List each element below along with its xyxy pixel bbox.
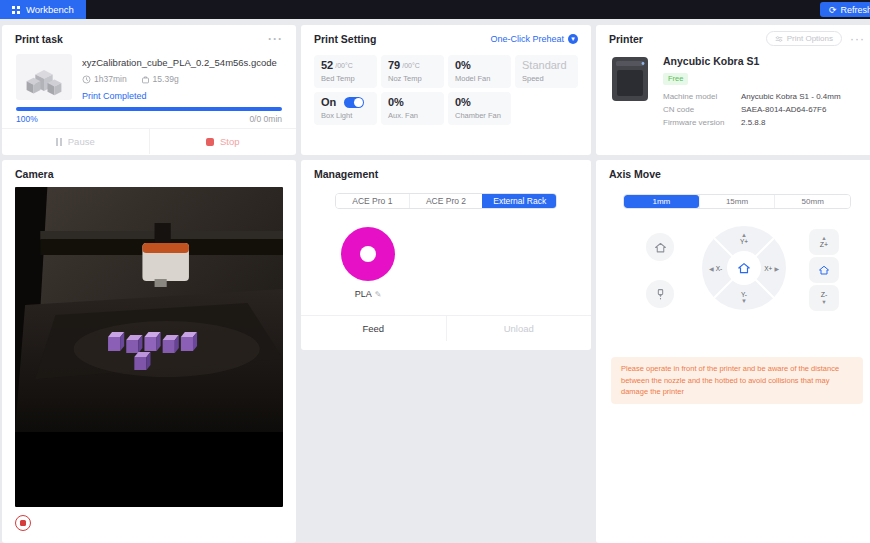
box-light-toggle[interactable] <box>344 97 364 108</box>
filament-type-label: PLA <box>355 289 372 299</box>
aux-fan-label: Aux. Fan <box>388 111 437 120</box>
jog-x-minus-button[interactable]: ◀ X- <box>709 265 722 272</box>
camera-video-feed <box>15 187 283 507</box>
box-light-tile[interactable]: On Box Light <box>314 92 377 125</box>
cn-code-row: CN code SAEA-8014-AD64-67F6 <box>663 103 841 116</box>
firmware-label: Firmware version <box>663 116 741 129</box>
printer-more-icon[interactable]: ··· <box>850 34 865 44</box>
feed-button[interactable]: Feed <box>301 316 446 341</box>
machine-model-row: Machine model Anycubic Kobra S1 - 0.4mm <box>663 90 841 103</box>
speed-tile[interactable]: Standard Speed <box>515 55 578 88</box>
print-options-label: Print Options <box>787 34 833 43</box>
box-light-value: On <box>321 96 336 108</box>
filament-spool[interactable] <box>341 227 395 281</box>
panel-print-task: Print task ··· <box>2 25 296 155</box>
home-icon <box>737 261 751 275</box>
top-bar: Workbench ⟳ Refresh <box>0 0 870 19</box>
noz-temp-tile[interactable]: 79/00°C Noz Temp <box>381 55 444 88</box>
z-plus-button[interactable]: ▲ Z+ <box>809 229 839 255</box>
down-arrow-icon: ▼ <box>741 298 747 304</box>
print-task-more-icon[interactable]: ··· <box>268 34 283 44</box>
stop-icon <box>206 138 214 146</box>
z-home-button[interactable] <box>809 257 839 283</box>
panel-printer: Printer Print Options ··· Anycubic Kob <box>596 25 870 155</box>
gcode-filename: xyzCalibration_cube_PLA_0.2_54m56s.gcode <box>82 57 277 68</box>
xy-home-button[interactable] <box>727 251 761 285</box>
sliders-icon <box>775 35 783 43</box>
noz-temp-label: Noz Temp <box>388 74 437 83</box>
cn-code-label: CN code <box>663 103 741 116</box>
record-stop-button[interactable] <box>15 515 31 531</box>
print-options-button[interactable]: Print Options <box>766 31 842 46</box>
step-size-selector: 1mm 15mm 50mm <box>623 194 851 209</box>
home-all-button[interactable] <box>646 233 674 261</box>
refresh-label: Refresh <box>840 5 870 15</box>
pause-button[interactable]: Pause <box>2 129 149 154</box>
tab-ace-pro-1[interactable]: ACE Pro 1 <box>336 194 409 208</box>
model-fan-value: 0% <box>455 59 471 71</box>
pause-label: Pause <box>68 136 95 147</box>
bed-temp-unit: /00°C <box>335 62 353 69</box>
workbench-grid-icon <box>12 6 20 14</box>
step-50mm[interactable]: 50mm <box>774 195 850 208</box>
chamber-fan-tile[interactable]: 0% Chamber Fan <box>448 92 511 125</box>
extruder-icon <box>654 288 667 301</box>
print-duration: 1h37min <box>94 74 127 84</box>
stop-label: Stop <box>220 136 240 147</box>
tab-workbench[interactable]: Workbench <box>0 0 86 19</box>
camera-title: Camera <box>15 168 54 180</box>
z-plus-label: Z+ <box>820 241 828 249</box>
jog-x-plus-button[interactable]: X+ ▶ <box>764 265 779 272</box>
printer-thumbnail <box>609 55 651 103</box>
chamber-fan-label: Chamber Fan <box>455 111 504 120</box>
tab-ace-pro-2[interactable]: ACE Pro 2 <box>409 194 483 208</box>
empty-tile <box>515 92 578 125</box>
right-arrow-icon: ▶ <box>774 265 779 272</box>
preheat-icon: ▾ <box>568 34 578 44</box>
panel-axis-move: Axis Move 1mm 15mm 50mm ▲ Y+ Y- ▼ <box>596 160 870 543</box>
step-15mm[interactable]: 15mm <box>699 195 775 208</box>
refresh-icon: ⟳ <box>829 5 837 15</box>
axis-move-title: Axis Move <box>609 168 661 180</box>
one-click-preheat-button[interactable]: One-Click Preheat ▾ <box>490 34 578 44</box>
jog-y-plus-button[interactable]: ▲ Y+ <box>702 232 786 245</box>
down-arrow-icon: ▼ <box>821 299 826 305</box>
axis-move-warning: Please operate in front of the printer a… <box>611 357 863 404</box>
xy-jog-pad: ▲ Y+ Y- ▼ ◀ X- X+ ▶ <box>702 226 786 310</box>
edit-filament-icon[interactable]: ✎ <box>375 290 382 299</box>
ace-tab-bar: ACE Pro 1 ACE Pro 2 External Rack <box>335 193 557 209</box>
z-minus-button[interactable]: Z- ▼ <box>809 285 839 311</box>
box-light-label: Box Light <box>321 111 370 120</box>
noz-temp-value: 79 <box>388 59 400 71</box>
printer-title: Printer <box>609 33 643 45</box>
panel-camera: Camera <box>2 160 296 543</box>
progress-remaining: 0/0 0min <box>249 114 282 124</box>
home-icon <box>818 264 830 276</box>
model-fan-tile[interactable]: 0% Model Fan <box>448 55 511 88</box>
stop-button[interactable]: Stop <box>150 129 297 154</box>
machine-model-label: Machine model <box>663 90 741 103</box>
left-arrow-icon: ◀ <box>709 265 714 272</box>
print-weight: 15.39g <box>153 74 179 84</box>
x-plus-label: X+ <box>764 265 772 272</box>
filament-slot: PLA ✎ <box>340 227 396 299</box>
chamber-fan-value: 0% <box>455 96 471 108</box>
clock-icon <box>82 75 91 84</box>
refresh-button[interactable]: ⟳ Refresh <box>820 2 870 17</box>
bed-temp-value: 52 <box>321 59 333 71</box>
workbench-grid: Print task ··· <box>0 19 870 543</box>
aux-fan-value: 0% <box>388 96 404 108</box>
preheat-label: One-Click Preheat <box>490 34 564 44</box>
bed-temp-tile[interactable]: 52/00°C Bed Temp <box>314 55 377 88</box>
noz-temp-unit: /00°C <box>402 62 420 69</box>
aux-fan-tile[interactable]: 0% Aux. Fan <box>381 92 444 125</box>
extruder-button[interactable] <box>646 280 674 308</box>
model-fan-label: Model Fan <box>455 74 504 83</box>
firmware-row: Firmware version 2.5.8.8 <box>663 116 841 129</box>
printer-status-badge: Free <box>663 73 688 85</box>
unload-button[interactable]: Unload <box>447 316 592 341</box>
jog-y-minus-button[interactable]: Y- ▼ <box>702 291 786 304</box>
step-1mm[interactable]: 1mm <box>624 195 699 208</box>
panel-print-setting: Print Setting One-Click Preheat ▾ 52/00°… <box>301 25 591 155</box>
tab-external-rack[interactable]: External Rack <box>482 194 556 208</box>
